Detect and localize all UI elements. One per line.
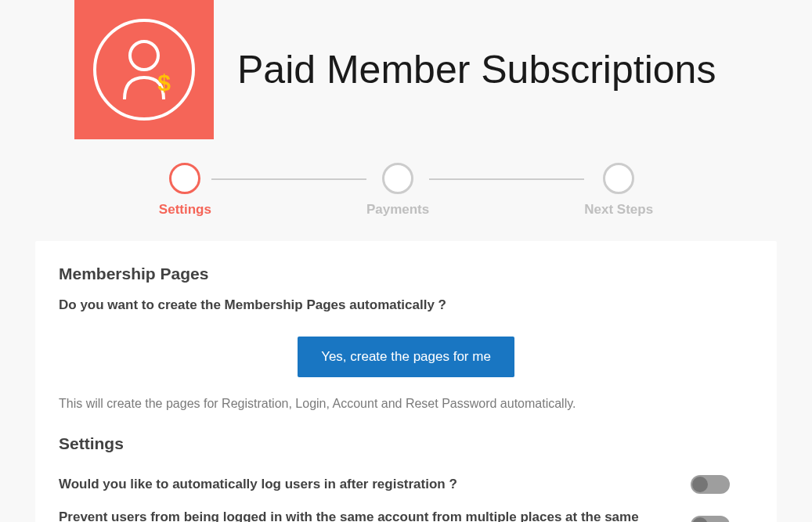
logo-circle (93, 19, 195, 121)
step-label: Next Steps (584, 202, 653, 218)
setting-row: Prevent users from being logged in with … (59, 502, 753, 522)
step-circle-icon (169, 163, 200, 194)
stepper: Settings Payments Next Steps (0, 147, 812, 225)
step-circle-icon (382, 163, 413, 194)
step-label: Payments (366, 202, 429, 218)
create-pages-button[interactable]: Yes, create the pages for me (298, 337, 514, 377)
step-connector (211, 178, 366, 180)
toggle-knob-icon (692, 477, 708, 492)
membership-section-title: Membership Pages (59, 265, 753, 283)
prevent-multi-login-label: Prevent users from being logged in with … (59, 509, 691, 522)
auto-login-toggle[interactable] (691, 475, 730, 494)
dollar-icon: $ (157, 70, 171, 96)
header-title: Paid Member Subscriptions (237, 47, 716, 92)
step-next-steps[interactable]: Next Steps (584, 163, 653, 218)
header: $ Paid Member Subscriptions (0, 0, 812, 147)
prevent-multi-login-toggle[interactable] (691, 516, 730, 522)
step-payments[interactable]: Payments (366, 163, 429, 218)
step-settings[interactable]: Settings (159, 163, 211, 218)
svg-point-0 (130, 41, 158, 70)
setting-row: Would you like to automatically log user… (59, 467, 753, 502)
step-circle-icon (603, 163, 634, 194)
step-label: Settings (159, 202, 211, 218)
logo-box: $ (74, 0, 214, 139)
auto-login-label: Would you like to automatically log user… (59, 477, 691, 492)
settings-section-title: Settings (59, 434, 753, 453)
toggle-knob-icon (692, 517, 708, 522)
membership-hint: This will create the pages for Registrat… (59, 397, 753, 411)
membership-question: Do you want to create the Membership Pag… (59, 297, 753, 313)
step-connector (429, 178, 584, 180)
settings-card: Membership Pages Do you want to create t… (35, 241, 777, 522)
